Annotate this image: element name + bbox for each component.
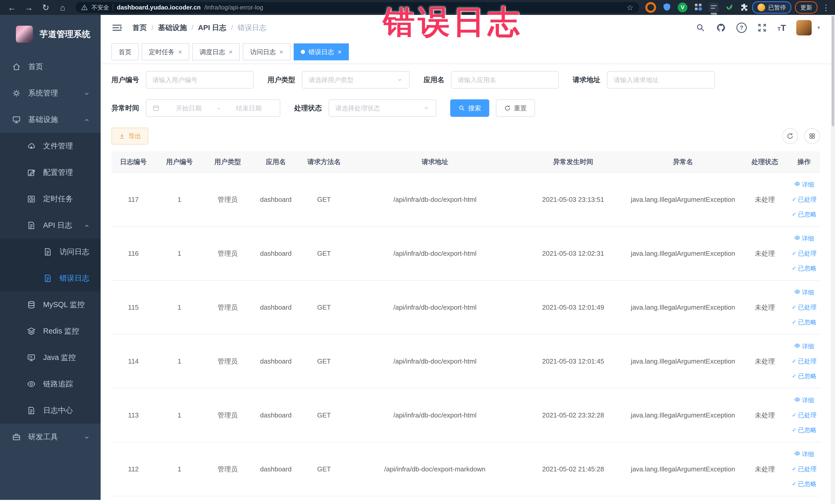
fullscreen-icon[interactable]	[757, 23, 767, 33]
sidebar-item-home[interactable]: 首页	[0, 54, 101, 80]
bookmark-star-icon[interactable]: ☆	[627, 3, 633, 12]
sidebar-item-redis-monitor[interactable]: Redis 监控	[0, 318, 101, 344]
page-content: 用户编号 请输入用户编号 用户类型 请选择用户类型 应用名 请输入应用名 请求地…	[101, 63, 831, 496]
ignored-link[interactable]: ✓已忽略	[792, 426, 816, 434]
url-path: /infra/log/api-error-log	[204, 4, 263, 11]
sidebar-item-api-log[interactable]: API 日志	[0, 212, 101, 239]
cell-exception: java.lang.IllegalArgumentException	[625, 388, 741, 442]
ignored-link[interactable]: ✓已忽略	[792, 210, 816, 219]
tab-error-log[interactable]: 错误日志×	[294, 43, 349, 60]
app-name-placeholder: 请输入应用名	[458, 76, 496, 84]
puzzle-extensions-icon[interactable]	[740, 3, 749, 12]
blue-shield-extension-icon[interactable]	[662, 2, 672, 13]
ignored-link[interactable]: ✓已忽略	[792, 264, 816, 273]
processed-link[interactable]: ✓已处理	[792, 303, 816, 311]
tab-scheduled-tasks[interactable]: 定时任务×	[142, 43, 189, 60]
cell-exception: java.lang.IllegalArgumentException	[625, 442, 741, 496]
orange-donut-extension-icon[interactable]	[645, 2, 656, 13]
processed-link[interactable]: ✓已处理	[792, 249, 816, 258]
tab-schedule-log[interactable]: 调度日志×	[192, 43, 240, 60]
app-name-input[interactable]: 请输入应用名	[451, 71, 559, 88]
sidebar-item-mysql-monitor[interactable]: MySQL 监控	[0, 291, 101, 318]
request-url-input[interactable]: 请输入请求地址	[607, 71, 715, 88]
processed-label: 已处理	[798, 249, 816, 258]
process-status-select[interactable]: 请选择处理状态	[329, 99, 436, 117]
sidebar-item-config-mgmt[interactable]: 配置管理	[0, 159, 101, 186]
sidebar-logo[interactable]: 芋道管理系统	[0, 15, 101, 54]
ignored-label: 已忽略	[798, 372, 816, 380]
eye-icon	[27, 380, 36, 389]
update-button[interactable]: 更新	[795, 1, 817, 14]
user-avatar[interactable]	[796, 20, 812, 36]
font-size-icon[interactable]: TT	[777, 23, 786, 33]
processed-link[interactable]: ✓已处理	[792, 357, 816, 365]
help-icon[interactable]: ?	[736, 23, 747, 33]
table-toolbar: 导出	[111, 127, 820, 144]
sidebar-item-label: Redis 监控	[43, 326, 79, 336]
cell-url: /api/infra/db-doc/export-html	[348, 280, 522, 334]
sidebar-item-error-log[interactable]: 错误日志	[0, 265, 101, 291]
sidebar-item-label: 访问日志	[60, 247, 89, 257]
ignored-link[interactable]: ✓已忽略	[792, 318, 816, 326]
sidebar-item-file-mgmt[interactable]: 文件管理	[0, 133, 101, 159]
refresh-icon[interactable]	[782, 128, 798, 144]
sidebar-item-java-monitor[interactable]: Java 监控	[0, 344, 101, 371]
github-icon[interactable]	[716, 23, 726, 33]
detail-link[interactable]: 详细	[794, 288, 814, 297]
ignored-link[interactable]: ✓已忽略	[792, 480, 816, 488]
search-button[interactable]: 搜索	[450, 99, 489, 117]
sidebar-item-system-mgmt[interactable]: 系统管理	[0, 80, 101, 106]
user-id-input[interactable]: 请输入用户编号	[146, 71, 253, 88]
detail-link[interactable]: 详细	[794, 181, 814, 189]
search-icon[interactable]	[695, 23, 706, 33]
reload-icon[interactable]: ↻	[39, 3, 53, 12]
processed-link[interactable]: ✓已处理	[792, 411, 816, 419]
sidebar-item-dev-tools[interactable]: 研发工具	[0, 424, 101, 450]
tab-access-log[interactable]: 访问日志×	[243, 43, 290, 60]
address-bar[interactable]: 不安全 dashboard.yudao.iocoder.cn /infra/lo…	[76, 2, 639, 13]
close-icon[interactable]: ×	[338, 48, 342, 55]
tab-home[interactable]: 首页	[111, 43, 139, 60]
chevron-down-icon[interactable]: ▾	[817, 24, 820, 31]
on-badge-extension-icon[interactable]: on	[709, 3, 719, 12]
breadcrumb-item[interactable]: API 日志	[198, 23, 226, 33]
column-settings-icon[interactable]	[804, 128, 820, 144]
sidebar-item-infrastructure[interactable]: 基础设施	[0, 106, 101, 133]
scrollbar-thumb[interactable]	[832, 16, 834, 126]
detail-link[interactable]: 详细	[794, 235, 814, 243]
leaf-extension-icon[interactable]	[725, 3, 734, 12]
ignored-link[interactable]: ✓已忽略	[792, 372, 816, 380]
user-type-select[interactable]: 请选择用户类型	[302, 71, 410, 88]
grid-extension-icon[interactable]	[694, 2, 703, 13]
cell-app-name: dashboard	[252, 226, 300, 280]
sidebar-item-log-center[interactable]: 日志中心	[0, 397, 101, 424]
security-label[interactable]: 不安全	[91, 4, 109, 12]
green-v-extension-icon[interactable]: V	[678, 3, 687, 12]
browser-menu-icon[interactable]: ⋮	[822, 3, 830, 12]
home-icon[interactable]: ⌂	[56, 3, 69, 12]
cell-time: 2021-05-03 12:02:31	[522, 226, 625, 280]
forward-icon[interactable]: →	[22, 3, 36, 12]
detail-link[interactable]: 详细	[794, 342, 814, 350]
close-icon[interactable]: ×	[178, 48, 182, 55]
home-icon	[12, 62, 21, 72]
sidebar-item-trace[interactable]: 链路追踪	[0, 371, 101, 397]
sidebar-item-access-log[interactable]: 访问日志	[0, 239, 101, 265]
exception-time-range-picker[interactable]: 开始日期 - 结束日期	[146, 99, 280, 117]
reset-button[interactable]: 重置	[496, 99, 535, 117]
detail-link[interactable]: 详细	[794, 396, 814, 404]
close-icon[interactable]: ×	[279, 48, 283, 55]
export-button[interactable]: 导出	[111, 127, 148, 144]
close-icon[interactable]: ×	[229, 48, 232, 55]
column-header: 异常名	[625, 151, 741, 173]
back-icon[interactable]: ←	[5, 3, 19, 12]
breadcrumb-item[interactable]: 首页	[133, 23, 147, 33]
processed-link[interactable]: ✓已处理	[792, 195, 816, 204]
detail-link[interactable]: 详细	[794, 450, 814, 458]
paused-extension-pill[interactable]: 已暂停	[752, 1, 791, 14]
browser-scrollbar[interactable]	[831, 15, 835, 504]
sidebar-item-scheduled-tasks[interactable]: 定时任务	[0, 186, 101, 212]
hamburger-icon[interactable]	[111, 22, 123, 33]
breadcrumb-item[interactable]: 基础设施	[158, 23, 187, 33]
processed-link[interactable]: ✓已处理	[792, 465, 816, 473]
